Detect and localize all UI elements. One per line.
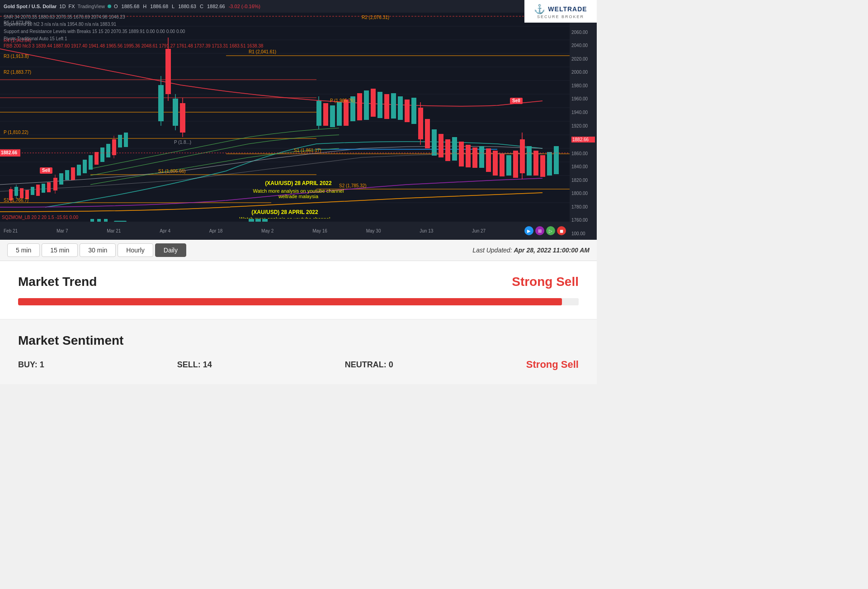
l-value: 1880.63 (178, 4, 196, 9)
svg-rect-45 (106, 144, 110, 157)
h-value: 1886.68 (150, 4, 168, 9)
svg-rect-69 (384, 94, 389, 119)
svg-text:S1 (1,766.7): S1 (1,766.7) (4, 198, 28, 203)
fbb-indicator: FBB 200 hlc3 3 1839.44 1887.60 1917.40 1… (4, 43, 263, 50)
svg-text:R2 (2,076.31): R2 (2,076.31) (362, 15, 389, 20)
svg-rect-40 (77, 165, 81, 176)
chart-topbar: Gold Spot / U.S. Dollar 1D FX TradingVie… (0, 0, 597, 13)
svg-text:R2 (1,883.77): R2 (1,883.77) (4, 70, 31, 75)
o-label: O (114, 4, 118, 9)
trend-bar-fill (18, 298, 562, 305)
svg-rect-29 (20, 188, 24, 198)
chart-source: FX (68, 4, 75, 9)
c-value: 1882.66 (207, 4, 225, 9)
tab-30min[interactable]: 30 min (80, 243, 116, 257)
sentiment-neutral: NEUTRAL: 0 (345, 360, 393, 370)
market-trend-signal: Strong Sell (512, 275, 579, 289)
weltrade-tagline: SECURE BROKER (537, 14, 584, 19)
svg-rect-81 (459, 142, 464, 166)
svg-text:R3 (1,913.8): R3 (1,913.8) (4, 54, 29, 59)
svg-rect-89 (513, 151, 518, 178)
svg-rect-82 (466, 145, 471, 167)
market-sentiment-section: Market Sentiment BUY: 1 SELL: 14 NEUTRAL… (0, 320, 597, 384)
market-trend-title: Market Trend (18, 275, 97, 289)
svg-rect-100 (0, 218, 570, 222)
svg-rect-92 (527, 146, 532, 176)
annotation-line3: weltrade malaysia (253, 194, 344, 199)
svg-rect-48 (118, 135, 122, 147)
svg-rect-76 (425, 119, 430, 148)
weltrade-icon: ⚓ (534, 4, 545, 14)
svg-text:P (1.8...): P (1.8...) (174, 140, 191, 145)
svg-text:R1 (2,041.61): R1 (2,041.61) (249, 49, 276, 54)
svg-rect-80 (452, 137, 457, 161)
l-label: L (172, 4, 175, 9)
last-updated-prefix: Last Updated: (472, 247, 512, 254)
svg-rect-34 (47, 182, 51, 192)
chart-nav-icon-2[interactable]: ⊞ (535, 226, 544, 235)
svg-text:P (1,965.76): P (1,965.76) (330, 98, 355, 103)
tabs-section: 5 min 15 min 30 min Hourly Daily Last Up… (0, 240, 597, 261)
live-indicator (108, 5, 111, 8)
svg-rect-94 (540, 155, 545, 177)
tab-daily[interactable]: Daily (155, 243, 186, 257)
svg-rect-87 (500, 154, 505, 176)
tab-5min[interactable]: 5 min (7, 243, 40, 257)
svg-text:Sell: Sell (42, 168, 50, 173)
svg-rect-38 (65, 170, 69, 180)
price-axis: 2080.00 2060.00 2040.00 2020.00 2000.00 … (570, 13, 597, 240)
tab-15min[interactable]: 15 min (42, 243, 78, 257)
svg-rect-39 (71, 167, 75, 180)
tab-hourly[interactable]: Hourly (118, 243, 153, 257)
svg-rect-85 (486, 148, 491, 172)
svg-rect-70 (391, 93, 396, 119)
svg-rect-49 (124, 133, 128, 147)
chart-nav-icon-3[interactable]: ▷ (546, 226, 555, 235)
svg-rect-96 (554, 146, 559, 174)
chart-ohlc: O 1885.68 H 1886.68 L 1880.63 C 1882.66 … (114, 4, 260, 9)
svg-rect-78 (439, 134, 443, 157)
svg-rect-61 (330, 105, 335, 127)
svg-rect-43 (94, 152, 99, 165)
tabs-left: 5 min 15 min 30 min Hourly Daily (7, 243, 186, 257)
svg-text:Sell: Sell (512, 98, 520, 103)
svg-rect-67 (371, 89, 376, 117)
weltrade-name: WELTRADE (548, 5, 587, 13)
indicators-overlay: SNR 34 2070.35 1880.63 2070.35 1676.69 2… (4, 14, 263, 50)
svg-text:S1 (1,806.66): S1 (1,806.66) (158, 169, 186, 174)
svg-rect-71 (398, 96, 403, 120)
price-change: -3.02 (-0.16%) (229, 4, 260, 9)
svg-rect-72 (405, 100, 410, 122)
svg-rect-37 (59, 173, 63, 185)
svg-rect-60 (323, 103, 328, 126)
svg-text:1882.66: 1882.66 (1, 150, 18, 155)
h-label: H (143, 4, 146, 9)
chart-interval: 1D (59, 4, 66, 9)
svg-rect-31 (31, 187, 34, 195)
svg-rect-44 (100, 147, 104, 162)
sentiment-metrics: BUY: 1 SELL: 14 NEUTRAL: 0 Strong Sell (18, 359, 579, 370)
chart-nav-icon-1[interactable]: ▶ (524, 226, 533, 235)
svg-rect-88 (506, 155, 511, 176)
chart-nav-icon-4[interactable]: ◼ (557, 226, 566, 235)
weltrade-logo: ⚓ WELTRADE SECURE BROKER (524, 0, 597, 23)
svg-rect-83 (472, 147, 477, 168)
support-indicator: Support and Resistance Levels with Break… (4, 28, 185, 35)
trend-bar-container (18, 298, 579, 305)
chart-platform: TradingView (77, 4, 105, 9)
snr-indicator: SNR 34 2070.35 1880.63 2070.35 1676.69 2… (4, 14, 125, 21)
chart-nav-icons[interactable]: ▶ ⊞ ▷ ◼ (524, 226, 566, 235)
market-sentiment-title: Market Sentiment (18, 333, 579, 348)
chart-title: Gold Spot / U.S. Dollar (4, 4, 57, 9)
svg-rect-79 (445, 139, 450, 161)
chart-container: ⚓ WELTRADE SECURE BROKER Gold Spot / U.S… (0, 0, 597, 240)
sqzmom-label: SQZMOM_LB 20 2 20 1.5 -15.91 0.00 (2, 215, 78, 220)
svg-rect-62 (337, 102, 342, 126)
svg-rect-68 (377, 92, 382, 118)
time-axis: Feb 21 Mar 7 Mar 21 Apr 4 Apr 18 May 2 M… (0, 222, 570, 240)
svg-rect-32 (36, 185, 40, 196)
supertrend-indicator: Supertrend 10 hl2 3 n/a n/a n/a 1954.80 … (4, 21, 116, 28)
svg-rect-66 (364, 90, 369, 120)
svg-rect-86 (493, 151, 498, 176)
sentiment-sell: SELL: 14 (177, 360, 212, 370)
